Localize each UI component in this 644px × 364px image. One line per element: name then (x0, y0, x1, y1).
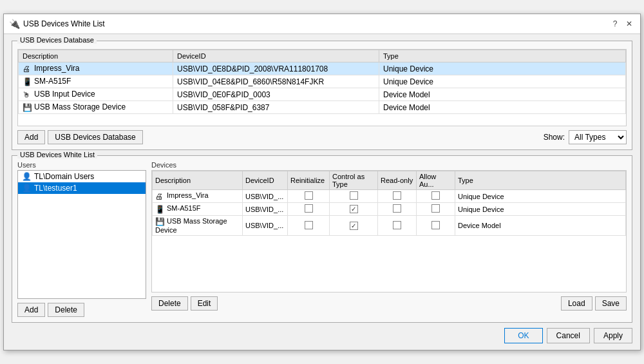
device-table-row: 🖨Impress_Vira USB\VID_... Unique Device (153, 190, 626, 203)
col-deviceid: DeviceID (173, 50, 379, 62)
row-icon: 💾 (23, 103, 32, 112)
device-row-icon: 💾 (155, 217, 164, 226)
dev-col-control: Control as Type (330, 171, 378, 190)
user-label: TL\testuser1 (34, 184, 77, 193)
db-toolbar: Add USB Devices Database Show: All Types (17, 130, 627, 144)
save-button[interactable]: Save (595, 296, 627, 311)
devices-toolbar-left: Delete Edit (151, 296, 218, 311)
user-icon: 👤 (22, 172, 32, 181)
bottom-section: USB Devices White List Users 👤TL\Domain … (12, 155, 632, 323)
window-content: USB Devices Database Description DeviceI… (4, 34, 640, 350)
add-db-button[interactable]: Add (17, 130, 45, 144)
users-toolbar: Add Delete (17, 303, 146, 317)
devices-panel: Devices Description DeviceID Reinitializ… (151, 161, 627, 317)
cancel-button[interactable]: Cancel (547, 328, 590, 343)
device-row-icon: 📱 (155, 205, 164, 214)
dev-col-reinit: Reinitialize (288, 171, 330, 190)
user-list-item[interactable]: 👤TL\testuser1 (18, 182, 146, 194)
db-table-row[interactable]: 🖨Impress_Vira USB\VID_0E8D&PID_2008\VRA1… (19, 62, 626, 75)
help-button[interactable]: ? (609, 18, 621, 30)
devices-panel-title: Devices (151, 161, 627, 169)
title-bar: 🔌 USB Devices White List ? ✕ (4, 14, 640, 34)
checkbox[interactable] (350, 205, 358, 213)
db-table-row[interactable]: 🖱USB Input Device USB\VID_0E0F&PID_0003 … (19, 88, 626, 101)
user-icon: 👤 (22, 184, 32, 193)
db-table-row[interactable]: 💾USB Mass Storage Device USB\VID_058F&PI… (19, 101, 626, 114)
db-table-wrapper: Description DeviceID Type 🖨Impress_Vira … (17, 49, 627, 126)
users-list: 👤TL\Domain Users👤TL\testuser1 (17, 170, 146, 299)
load-button[interactable]: Load (561, 296, 592, 311)
delete-device-button[interactable]: Delete (151, 296, 188, 311)
window-icon: 🔌 (9, 19, 19, 29)
device-table-row: 💾USB Mass Storage Device USB\VID_... Dev… (153, 216, 626, 236)
users-panel: Users 👤TL\Domain Users👤TL\testuser1 Add … (17, 161, 146, 317)
title-bar-right: ? ✕ (609, 18, 635, 30)
checkbox[interactable] (393, 191, 401, 200)
devices-toolbar-right: Load Save (561, 296, 627, 311)
col-type: Type (379, 50, 626, 62)
db-toolbar-right: Show: All Types (544, 130, 627, 144)
dev-col-devid: DeviceID (243, 171, 288, 190)
show-select[interactable]: All Types (569, 130, 627, 144)
devices-table: Description DeviceID Reinitialize Contro… (152, 171, 626, 236)
db-table-row[interactable]: 📱SM-A515F USB\VID_04E8&PID_6860\R58N814F… (19, 75, 626, 88)
window-title: USB Devices White List (23, 19, 105, 28)
usb-db-button[interactable]: USB Devices Database (48, 130, 142, 144)
users-panel-title: Users (17, 161, 146, 169)
devices-table-wrapper: Description DeviceID Reinitialize Contro… (151, 170, 627, 292)
apply-button[interactable]: Apply (594, 328, 632, 343)
db-table: Description DeviceID Type 🖨Impress_Vira … (18, 50, 626, 114)
top-db-section: USB Devices Database Description DeviceI… (12, 41, 632, 150)
dev-col-desc: Description (153, 171, 243, 190)
dev-col-allowauto: Allow Au... (417, 171, 455, 190)
col-description: Description (19, 50, 173, 62)
ok-button[interactable]: OK (504, 328, 542, 343)
device-table-row: 📱SM-A515F USB\VID_... Unique Device (153, 203, 626, 216)
checkbox[interactable] (350, 191, 358, 200)
checkbox[interactable] (393, 204, 401, 213)
main-window: 🔌 USB Devices White List ? ✕ USB Devices… (3, 14, 641, 350)
top-db-title: USB Devices Database (17, 36, 97, 44)
title-bar-left: 🔌 USB Devices White List (9, 19, 105, 29)
edit-device-button[interactable]: Edit (191, 296, 218, 311)
devices-toolbar: Delete Edit Load Save (151, 296, 627, 311)
dev-col-readonly: Read-only (378, 171, 417, 190)
checkbox[interactable] (305, 191, 313, 200)
checkbox[interactable] (305, 204, 313, 213)
close-button[interactable]: ✕ (623, 18, 635, 30)
show-label: Show: (544, 133, 565, 142)
row-icon: 🖱 (23, 90, 32, 99)
db-toolbar-left: Add USB Devices Database (17, 130, 143, 144)
checkbox[interactable] (431, 221, 440, 229)
device-row-icon: 🖨 (155, 192, 164, 201)
add-user-button[interactable]: Add (17, 303, 45, 317)
bottom-title: USB Devices White List (17, 151, 97, 158)
row-icon: 📱 (23, 77, 32, 86)
delete-user-button[interactable]: Delete (48, 303, 84, 317)
checkbox[interactable] (305, 221, 313, 229)
row-icon: 🖨 (23, 64, 32, 73)
checkbox[interactable] (393, 221, 401, 229)
dev-col-type: Type (455, 171, 626, 190)
user-list-item[interactable]: 👤TL\Domain Users (18, 171, 146, 182)
user-label: TL\Domain Users (34, 172, 94, 181)
footer-buttons: OK Cancel Apply (12, 328, 632, 343)
checkbox[interactable] (350, 222, 358, 230)
checkbox[interactable] (431, 191, 440, 200)
checkbox[interactable] (431, 204, 440, 213)
